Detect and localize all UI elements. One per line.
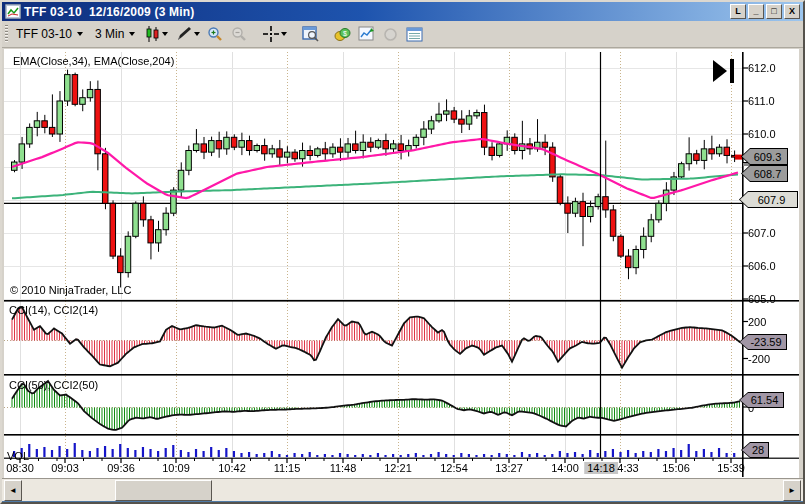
chart-plot-area[interactable] <box>2 2 805 504</box>
horizontal-scrollbar[interactable]: ◄ ► <box>2 478 803 501</box>
go-to-last-bar-icon[interactable] <box>710 58 738 84</box>
cci14-value-badge: -23.59 <box>739 334 787 350</box>
cci50-value-badge: 61.54 <box>739 392 784 408</box>
scroll-left-arrow-icon[interactable]: ◄ <box>4 480 22 501</box>
crosshair-price-badge: 607.9 <box>739 191 798 208</box>
scrollbar-thumb[interactable] <box>115 480 212 501</box>
chart-window: TFF 03-10 12/16/2009 (3 Min) L _ □ X TFF… <box>0 0 805 504</box>
last-price-badge: 609.3 <box>741 148 788 165</box>
scroll-right-arrow-icon[interactable]: ► <box>783 480 801 501</box>
ema204-badge: 608.7 <box>741 165 788 182</box>
